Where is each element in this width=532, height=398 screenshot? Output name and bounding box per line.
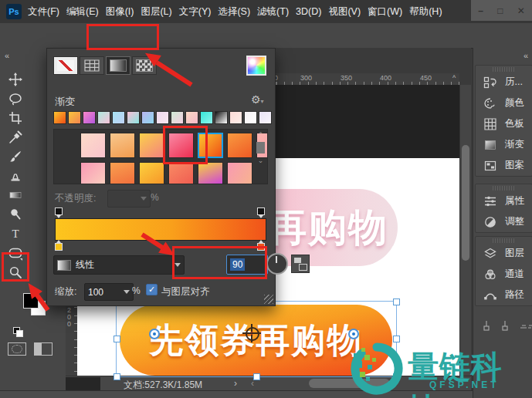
tab-swatches[interactable]: 色板	[476, 113, 532, 134]
scroll-down-icon[interactable]: ⌄	[256, 157, 266, 164]
gradient-swatch[interactable]	[97, 111, 110, 124]
transform-handle[interactable]	[253, 373, 260, 380]
move-tool[interactable]	[5, 71, 26, 87]
transform-handle[interactable]	[114, 373, 120, 380]
scrollbar-thumb[interactable]	[256, 142, 265, 153]
tab-paths[interactable]: 路径	[476, 285, 532, 305]
clone-stamp-tool[interactable]	[5, 167, 26, 184]
gradient-swatch[interactable]	[110, 162, 135, 184]
screen-mode-icon[interactable]	[34, 342, 53, 356]
zoom-level-field[interactable]	[66, 377, 100, 390]
color-picker-button[interactable]	[246, 56, 266, 76]
collapse-panel-icon[interactable]: «	[5, 51, 9, 60]
gradient-swatch[interactable]	[227, 162, 252, 184]
gradient-swatch[interactable]	[83, 111, 96, 124]
tab-layers[interactable]: 图层	[476, 243, 532, 264]
menu-3d[interactable]: 3D(D)	[296, 6, 321, 17]
transform-handle[interactable]	[393, 298, 400, 305]
gradient-swatch[interactable]	[198, 133, 223, 158]
zoom-tool[interactable]	[5, 264, 26, 280]
gradient-swatch[interactable]	[127, 111, 140, 124]
pattern-fill-button[interactable]	[132, 56, 157, 75]
shape-tool[interactable]	[5, 245, 26, 261]
presets-scrollbar[interactable]: ⌃ ⌄	[256, 131, 266, 180]
tab-color[interactable]: 颜色	[476, 93, 532, 113]
collapsed-panel-icons[interactable]	[483, 319, 532, 332]
align-checkbox[interactable]: ✓	[146, 284, 158, 295]
gradient-swatch[interactable]	[168, 133, 194, 158]
gradient-swatch[interactable]	[139, 162, 164, 184]
swap-colors-icon[interactable]	[16, 330, 23, 337]
tab-history[interactable]: 历...	[476, 72, 532, 93]
collapse-panel-icon[interactable]: «	[524, 51, 528, 60]
transform-handle[interactable]	[114, 336, 120, 342]
maximize-button[interactable]: □	[497, 5, 503, 16]
gear-icon[interactable]: ⚙▾	[251, 93, 264, 106]
tab-channels[interactable]: 通道	[476, 264, 532, 285]
gradient-swatch[interactable]	[244, 111, 257, 124]
gradient-swatch[interactable]	[80, 162, 106, 184]
eyedropper-tool[interactable]	[5, 129, 26, 145]
menu-file[interactable]: 文件(F)	[28, 5, 59, 19]
close-button[interactable]: ✕	[517, 5, 525, 16]
menu-filter[interactable]: 滤镜(T)	[257, 5, 289, 19]
gradient-swatch[interactable]	[259, 111, 272, 124]
quick-mask-icon[interactable]	[8, 342, 26, 356]
lasso-tool[interactable]	[5, 90, 26, 106]
gradient-swatch[interactable]	[198, 162, 223, 184]
gradient-endpoint-handle[interactable]	[348, 329, 359, 339]
menu-edit[interactable]: 编辑(E)	[66, 5, 99, 19]
status-next-arrow[interactable]: ›	[234, 378, 237, 389]
brush-tool[interactable]	[5, 148, 26, 164]
gradient-endpoint-handle[interactable]	[149, 329, 160, 339]
tab-adjustments[interactable]: 调整	[476, 211, 532, 232]
gradient-swatch[interactable]	[156, 111, 169, 124]
gradient-swatch[interactable]	[139, 133, 164, 158]
solid-fill-button[interactable]	[80, 56, 104, 75]
scrollbar-thumb[interactable]	[462, 145, 469, 261]
opacity-stop[interactable]	[55, 207, 63, 215]
gradient-swatch[interactable]	[168, 162, 194, 184]
tab-gradients[interactable]: 渐变	[476, 134, 532, 155]
vertical-scrollbar[interactable]	[459, 85, 471, 376]
menu-help[interactable]: 帮助(H)	[409, 5, 442, 19]
gradient-tool[interactable]	[5, 187, 26, 203]
gradient-swatch[interactable]	[227, 133, 252, 158]
crop-tool[interactable]	[5, 110, 26, 126]
gradient-swatch[interactable]	[68, 111, 81, 124]
panel-resize-grip[interactable]	[264, 295, 273, 304]
dodge-tool[interactable]	[5, 206, 26, 222]
menu-view[interactable]: 视图(V)	[328, 5, 361, 19]
foreground-color-chip[interactable]	[23, 293, 39, 309]
no-fill-button[interactable]	[53, 56, 78, 75]
gradient-swatch[interactable]	[112, 111, 125, 124]
gradient-editor-bar[interactable]	[55, 218, 266, 241]
gradient-type-select[interactable]: 线性	[53, 255, 185, 275]
gradient-fill-button[interactable]	[106, 56, 130, 75]
scroll-up-icon[interactable]: ⌃	[256, 131, 266, 139]
angle-dial[interactable]	[266, 253, 288, 275]
gradient-center-crosshair[interactable]	[246, 327, 259, 341]
gradient-swatch[interactable]	[229, 111, 242, 124]
minimize-button[interactable]: –	[478, 5, 483, 16]
gradient-swatch[interactable]	[53, 111, 66, 124]
opacity-stop[interactable]	[257, 207, 265, 215]
gradient-swatch[interactable]	[141, 111, 154, 124]
tab-patterns[interactable]: 图案	[476, 155, 532, 176]
gradient-swatch[interactable]	[215, 111, 228, 124]
scale-select[interactable]: 100	[84, 283, 134, 301]
gradient-swatch[interactable]	[171, 111, 184, 124]
tab-properties[interactable]: 属性	[476, 191, 532, 211]
gradient-swatch[interactable]	[185, 111, 198, 124]
color-stop[interactable]	[257, 243, 265, 251]
gradient-swatch[interactable]	[110, 133, 135, 158]
angle-input[interactable]: 90	[226, 255, 268, 275]
menu-window[interactable]: 窗口(W)	[368, 5, 402, 19]
color-stop[interactable]	[55, 243, 63, 251]
menu-image[interactable]: 图像(I)	[106, 5, 134, 19]
reverse-gradient-icon[interactable]	[291, 255, 310, 273]
gradient-swatch[interactable]	[200, 111, 213, 124]
menu-type[interactable]: 文字(Y)	[179, 5, 212, 19]
gradient-swatch[interactable]	[80, 133, 106, 158]
menu-layer[interactable]: 图层(L)	[141, 5, 171, 19]
